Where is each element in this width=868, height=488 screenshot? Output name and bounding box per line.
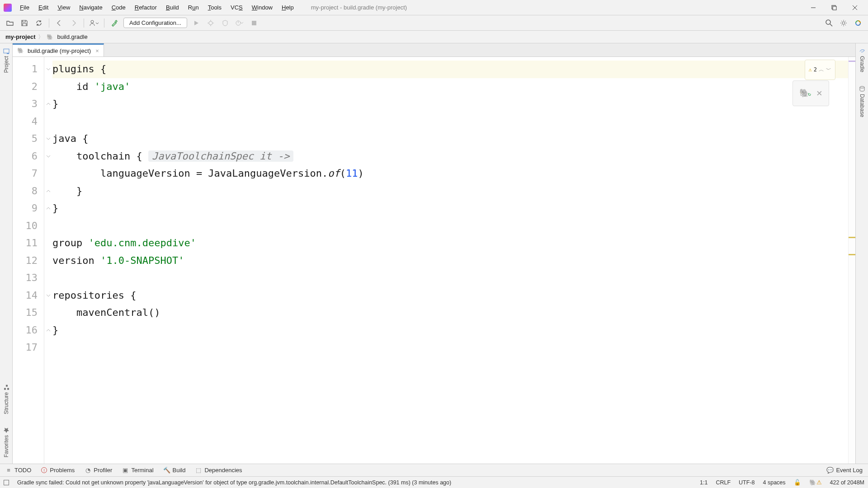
svg-point-5 [91, 20, 94, 23]
gradle-status-icon[interactable]: 🐘⚠ [809, 479, 822, 486]
statusbar: Gradle sync failed: Could not get unknow… [0, 476, 868, 488]
coverage-icon[interactable] [220, 18, 231, 28]
svg-point-16 [842, 22, 845, 24]
gradle-file-icon: 🐘 [47, 34, 53, 40]
svg-line-15 [830, 24, 832, 26]
editor[interactable]: 1 2 3 4 5 6 7 8 9 10 11 12 13 14 15 16 1… [13, 57, 855, 464]
menu-window[interactable]: Window [247, 2, 277, 13]
event-log-button[interactable]: 💬Event Log [827, 467, 863, 474]
forward-icon[interactable] [68, 18, 79, 28]
svg-point-6 [209, 21, 212, 25]
svg-rect-13 [252, 21, 256, 25]
line-separator[interactable]: CRLF [716, 479, 731, 486]
prev-highlight-icon[interactable]: ︿ [819, 61, 824, 79]
svg-rect-19 [7, 388, 9, 390]
back-icon[interactable] [54, 18, 65, 28]
gradle-refresh-icon[interactable]: 🐘↻ [799, 84, 809, 102]
parameter-hint: JavaToolchainSpec it -> [148, 150, 293, 162]
sync-icon[interactable] [33, 18, 44, 28]
close-button[interactable] [844, 0, 865, 15]
toolbar: Add Configuration... [0, 15, 868, 31]
menu-vcs[interactable]: VCS [226, 2, 247, 13]
project-tool-button[interactable]: Project [3, 46, 9, 75]
svg-point-14 [826, 20, 830, 24]
breadcrumb: my-project 〉 🐘 build.gradle [0, 31, 868, 43]
indent-setting[interactable]: 4 spaces [763, 479, 786, 486]
stop-icon[interactable] [249, 18, 259, 28]
svg-rect-21 [6, 385, 8, 387]
jetbrains-icon[interactable] [853, 18, 863, 28]
bottom-tool-bar: ≡TODO !Problems ◔Profiler ▣Terminal 🔨Bui… [0, 464, 868, 476]
tab-label: build.gradle (my-project) [28, 47, 91, 54]
code-content[interactable]: ⚠ 2 ︿ ﹀ 🐘↻ × plugins { id 'java' } java … [52, 57, 848, 464]
problems-tool-button[interactable]: !Problems [41, 467, 75, 474]
menu-navigate[interactable]: Navigate [75, 2, 107, 13]
hammer-icon[interactable] [109, 18, 120, 28]
status-message: Gradle sync failed: Could not get unknow… [17, 479, 451, 486]
fold-gutter [44, 57, 52, 464]
editor-area: 🐘 build.gradle (my-project) × 1 2 3 4 5 … [13, 43, 855, 464]
todo-tool-button[interactable]: ≡TODO [5, 467, 31, 474]
search-icon[interactable] [824, 18, 835, 28]
user-dropdown-icon[interactable] [89, 18, 99, 28]
terminal-tool-button[interactable]: ▣Terminal [122, 467, 153, 474]
run-config-dropdown[interactable]: Add Configuration... [123, 18, 187, 28]
tab-build-gradle[interactable]: 🐘 build.gradle (my-project) × [13, 43, 104, 56]
build-tool-button[interactable]: 🔨Build [164, 467, 186, 474]
gradle-file-icon: 🐘 [17, 47, 24, 54]
menu-tools[interactable]: Tools [203, 2, 226, 13]
svg-rect-17 [4, 49, 9, 53]
gradle-tool-button[interactable]: Gradle [859, 46, 865, 74]
close-tab-icon[interactable]: × [95, 47, 99, 54]
file-encoding[interactable]: UTF-8 [739, 479, 755, 486]
minimize-button[interactable] [803, 0, 824, 15]
settings-icon[interactable] [838, 18, 849, 28]
breadcrumb-file[interactable]: build.gradle [57, 33, 87, 40]
right-tool-rail: Gradle Database [855, 43, 868, 464]
debug-icon[interactable] [205, 18, 216, 28]
menubar: File Edit View Navigate Code Refactor Bu… [0, 0, 868, 15]
line-gutter: 1 2 3 4 5 6 7 8 9 10 11 12 13 14 15 16 1… [13, 57, 44, 464]
menu-file[interactable]: File [15, 2, 34, 13]
error-stripe[interactable] [848, 57, 855, 464]
profiler-tool-button[interactable]: ◔Profiler [85, 467, 112, 474]
menu-run[interactable]: Run [184, 2, 203, 13]
menu-code[interactable]: Code [107, 2, 130, 13]
svg-rect-20 [4, 388, 6, 390]
menu-build[interactable]: Build [161, 2, 184, 13]
menu-edit[interactable]: Edit [34, 2, 53, 13]
profiler-run-icon[interactable] [234, 18, 245, 28]
svg-point-22 [860, 86, 864, 88]
save-icon[interactable] [19, 18, 30, 28]
menu-refactor[interactable]: Refactor [130, 2, 161, 13]
database-tool-button[interactable]: Database [859, 84, 865, 119]
memory-indicator[interactable]: 422 of 2048M [830, 479, 864, 486]
svg-rect-18 [7, 53, 9, 54]
main-area: Project Structure Favorites 🐘 build.grad… [0, 43, 868, 464]
editor-tabs: 🐘 build.gradle (my-project) × [13, 43, 855, 57]
tool-windows-toggle-icon[interactable] [4, 480, 9, 485]
warning-icon: ⚠ [809, 61, 812, 79]
gradle-refresh-popup[interactable]: 🐘↻ × [793, 80, 829, 106]
breadcrumb-project[interactable]: my-project [5, 33, 35, 40]
chevron-right-icon: 〉 [38, 33, 44, 41]
caret-position[interactable]: 1:1 [700, 479, 708, 486]
run-icon[interactable] [191, 18, 202, 28]
next-highlight-icon[interactable]: ﹀ [826, 61, 831, 79]
open-icon[interactable] [5, 18, 15, 28]
svg-rect-2 [833, 6, 836, 10]
window-title: my-project - build.gradle (my-project) [311, 4, 407, 11]
menu-view[interactable]: View [53, 2, 75, 13]
structure-tool-button[interactable]: Structure [3, 382, 9, 416]
close-icon[interactable]: × [816, 84, 822, 102]
warning-count: 2 [814, 61, 817, 79]
favorites-tool-button[interactable]: Favorites [3, 425, 9, 459]
readonly-toggle-icon[interactable]: 🔓 [794, 479, 801, 486]
app-icon [4, 4, 12, 12]
maximize-button[interactable] [824, 0, 844, 15]
dependencies-tool-button[interactable]: ⬚Dependencies [195, 467, 242, 474]
inspection-widget[interactable]: ⚠ 2 ︿ ﹀ [805, 60, 835, 80]
left-tool-rail: Project Structure Favorites [0, 43, 13, 464]
menu-help[interactable]: Help [277, 2, 298, 13]
